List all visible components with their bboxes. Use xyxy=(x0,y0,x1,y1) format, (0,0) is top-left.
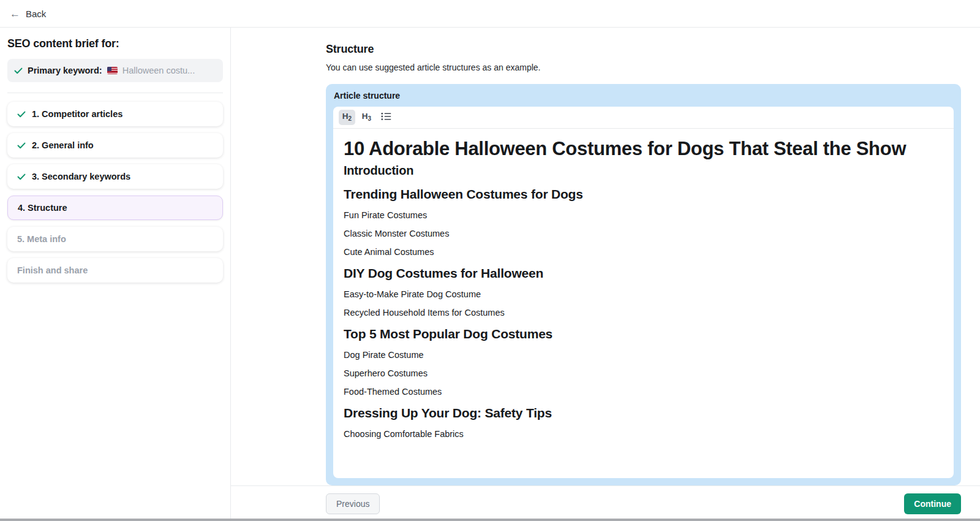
bottom-edge-strip xyxy=(0,519,980,521)
sidebar-step-1-competitor-articles[interactable]: 1. Competitor articles xyxy=(7,102,223,126)
sidebar-step-finish-and-share: Finish and share xyxy=(7,258,223,283)
article-line: Fun Pirate Costumes xyxy=(344,210,943,221)
sidebar-step-5-meta-info: 5. Meta info xyxy=(7,227,223,251)
check-icon xyxy=(17,173,26,180)
sidebar-divider xyxy=(7,93,223,93)
page-subtitle: You can use suggested article structures… xyxy=(326,63,961,72)
footer-bar: Previous Continue xyxy=(231,485,980,521)
bullet-list-button[interactable] xyxy=(378,110,394,125)
article-line: Food-Themed Costumes xyxy=(344,387,943,397)
app-window: ← Back SEO content brief for: Primary ke… xyxy=(0,0,980,521)
step-label: 4. Structure xyxy=(18,203,67,213)
article-h1: 10 Adorable Halloween Costumes for Dogs … xyxy=(344,137,943,160)
step-list: 1. Competitor articles2. General info3. … xyxy=(7,102,223,283)
check-icon xyxy=(17,111,26,118)
article-h2: Introduction xyxy=(344,162,943,178)
sidebar-step-2-general-info[interactable]: 2. General info xyxy=(7,133,223,158)
sidebar: SEO content brief for: Primary keyword: … xyxy=(0,28,231,521)
article-line: Recycled Household Items for Costumes xyxy=(344,308,943,318)
back-arrow-icon: ← xyxy=(10,9,20,19)
page-title: Structure xyxy=(326,43,961,56)
article-line: Classic Monster Costumes xyxy=(344,229,943,239)
h2-button-label: H xyxy=(342,112,349,121)
back-button[interactable]: ← Back xyxy=(10,9,46,19)
previous-button[interactable]: Previous xyxy=(326,493,380,514)
h2-button[interactable]: H2 xyxy=(339,110,355,125)
article-line: Dog Pirate Costume xyxy=(344,350,943,360)
article-line: Cute Animal Costumes xyxy=(344,247,943,257)
step-label: Finish and share xyxy=(17,265,88,275)
article-h2: DIY Dog Costumes for Halloween xyxy=(344,265,943,281)
article-line: Choosing Comfortable Fabrics xyxy=(344,429,943,439)
bullet-list-icon xyxy=(381,112,391,123)
article-line: Superhero Costumes xyxy=(344,368,943,379)
article-line: Easy-to-Make Pirate Dog Costume xyxy=(344,289,943,300)
editor-card: H2 H3 xyxy=(333,107,954,478)
top-bar: ← Back xyxy=(0,0,980,28)
article-h2: Trending Halloween Costumes for Dogs xyxy=(344,186,943,202)
step-label: 3. Secondary keywords xyxy=(32,172,130,181)
step-label: 1. Competitor articles xyxy=(32,109,123,119)
h2-button-sub: 2 xyxy=(349,115,352,122)
primary-keyword-label: Primary keyword: xyxy=(28,66,102,75)
sidebar-step-3-secondary-keywords[interactable]: 3. Secondary keywords xyxy=(7,164,223,189)
h3-button[interactable]: H3 xyxy=(358,110,375,125)
us-flag-icon xyxy=(107,67,118,74)
step-label: 5. Meta info xyxy=(17,234,66,244)
h3-button-sub: 3 xyxy=(368,115,372,122)
check-icon xyxy=(14,67,23,74)
article-editor[interactable]: 10 Adorable Halloween Costumes for Dogs … xyxy=(333,129,954,478)
article-structure-panel: Article structure H2 H3 xyxy=(326,84,961,485)
article-h2: Dressing Up Your Dog: Safety Tips xyxy=(344,405,943,421)
step-label: 2. General info xyxy=(32,140,94,150)
primary-keyword-pill[interactable]: Primary keyword: Halloween costu... xyxy=(7,59,223,82)
check-icon xyxy=(17,142,26,149)
article-h2: Top 5 Most Popular Dog Costumes xyxy=(344,325,943,342)
sidebar-step-4-structure[interactable]: 4. Structure xyxy=(7,196,223,220)
panel-label: Article structure xyxy=(334,91,954,101)
main-area: Structure You can use suggested article … xyxy=(231,28,980,521)
editor-toolbar: H2 H3 xyxy=(333,107,954,129)
sidebar-heading: SEO content brief for: xyxy=(7,37,223,50)
back-label: Back xyxy=(26,9,46,19)
continue-button[interactable]: Continue xyxy=(904,493,961,514)
h3-button-label: H xyxy=(362,112,368,121)
primary-keyword-value: Halloween costu... xyxy=(123,66,195,75)
